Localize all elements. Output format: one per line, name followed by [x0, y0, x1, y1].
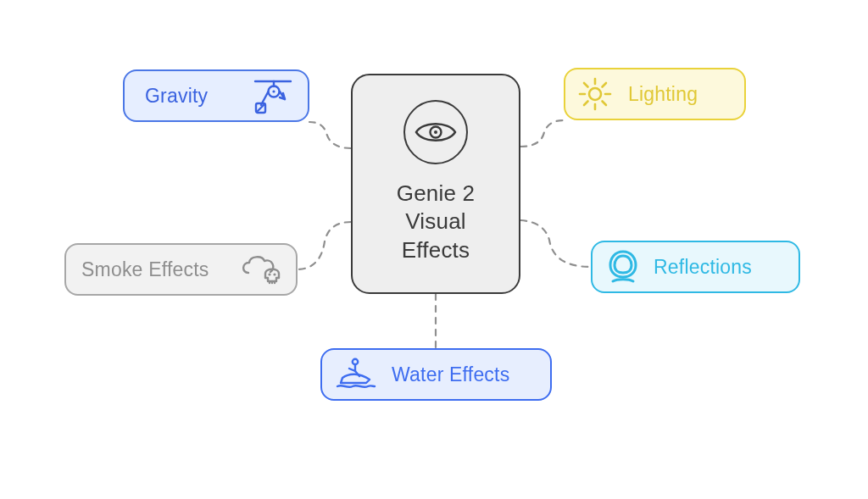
svg-line-13 [584, 83, 588, 87]
sun-icon [577, 76, 613, 112]
center-title-line2: Visual [405, 208, 466, 234]
svg-point-1 [434, 130, 437, 134]
center-node: Genie 2 Visual Effects [351, 74, 520, 294]
center-title-line3: Effects [402, 237, 470, 263]
jetski-icon [334, 356, 376, 393]
smoke-skull-icon [240, 252, 284, 286]
svg-point-17 [268, 273, 270, 275]
center-title-line1: Genie 2 [397, 180, 475, 206]
node-water: Water Effects [320, 348, 552, 401]
node-reflections: Reflections [591, 241, 800, 293]
svg-point-5 [272, 90, 275, 92]
svg-line-16 [603, 83, 607, 87]
svg-line-14 [603, 102, 607, 106]
reflection-icon [606, 249, 640, 285]
node-lighting: Lighting [564, 68, 746, 120]
node-smoke: Smoke Effects [64, 243, 298, 296]
node-smoke-label: Smoke Effects [81, 258, 209, 281]
eye-icon [403, 100, 468, 164]
node-gravity-label: Gravity [145, 85, 208, 108]
node-reflections-label: Reflections [654, 256, 752, 279]
svg-point-8 [589, 88, 601, 100]
node-water-label: Water Effects [392, 363, 509, 386]
svg-point-18 [273, 273, 275, 275]
node-lighting-label: Lighting [628, 83, 698, 106]
pulley-icon [252, 77, 294, 114]
svg-line-15 [584, 102, 588, 106]
center-title: Genie 2 Visual Effects [397, 180, 475, 264]
node-gravity: Gravity [123, 69, 309, 122]
diagram-canvas: Genie 2 Visual Effects Gravity [0, 0, 868, 499]
